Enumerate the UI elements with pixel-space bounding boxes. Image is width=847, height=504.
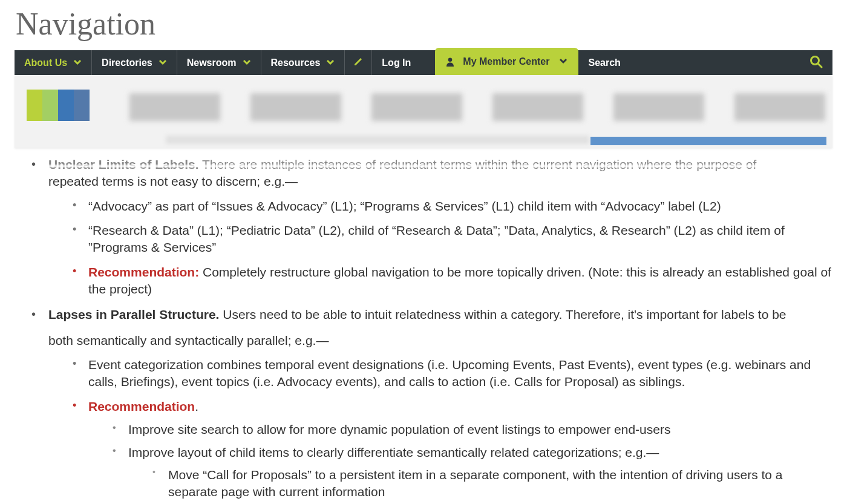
sub-bullet: “Advocacy” as part of “Issues & Advocacy…: [73, 198, 832, 215]
recommendation-bullet: Recommendation. Improve site search to a…: [73, 398, 832, 504]
nav-newsroom[interactable]: Newsroom: [177, 50, 261, 75]
nav-resources-label: Resources: [271, 57, 321, 68]
svg-line-1: [819, 64, 822, 67]
document-body: Unclear Limits of Labels. There are mult…: [15, 156, 832, 504]
pencil-icon: [353, 57, 363, 69]
text: Move “Call for Proposals” to a persisten…: [168, 468, 783, 499]
page-title: Navigation: [16, 6, 832, 42]
nav-resources[interactable]: Resources: [261, 50, 345, 75]
nav-directories-label: Directories: [102, 57, 152, 68]
nav-newsroom-label: Newsroom: [187, 57, 237, 68]
top-navbar: About Us Directories Newsroom Resources: [15, 50, 832, 75]
text: Event categorization combines temporal e…: [88, 358, 811, 388]
nav-directories[interactable]: Directories: [92, 50, 177, 75]
chevron-down-icon: [73, 60, 82, 66]
chevron-down-icon: [559, 59, 567, 65]
nav-login-label: Log In: [382, 57, 411, 68]
search-icon: [809, 55, 823, 71]
nav-login[interactable]: Log In: [372, 50, 435, 75]
parallel-structure-heading: Lapses in Parallel Structure.: [48, 307, 219, 321]
navbar-screenshot: About Us Directories Newsroom Resources: [15, 50, 832, 148]
nav-search[interactable]: Search: [578, 50, 832, 75]
text: There are multiple instances of redundan…: [199, 157, 757, 171]
recommendation-label: Recommendation:: [88, 265, 199, 279]
text: Users need to be able to intuit relatedn…: [219, 307, 786, 321]
nav-member-center-label: My Member Center: [463, 56, 549, 67]
chevron-down-icon: [159, 60, 167, 66]
chevron-down-icon: [326, 60, 335, 66]
bullet-parallel-structure: Lapses in Parallel Structure. Users need…: [31, 306, 832, 504]
text: “Research & Data” (L1); “Pediatric Data”…: [88, 223, 785, 254]
nav-edit[interactable]: [345, 50, 372, 75]
text: Completely restructure global navigation…: [88, 265, 831, 296]
rec-item: Improve layout of child items to clearly…: [113, 444, 832, 500]
person-icon: [446, 57, 454, 67]
nav-about-us-label: About Us: [24, 57, 67, 68]
pixelated-header: [15, 75, 832, 148]
sub-bullet: Event categorization combines temporal e…: [73, 356, 832, 391]
sub-bullet: “Research & Data” (L1); “Pediatric Data”…: [73, 222, 832, 257]
nav-about-us[interactable]: About Us: [15, 50, 92, 75]
text: “Advocacy” as part of “Issues & Advocacy…: [88, 199, 721, 213]
text: Improve site search to allow for more dy…: [128, 422, 670, 436]
rec-sub-item: Move “Call for Proposals” to a persisten…: [152, 466, 832, 501]
text: Improve layout of child items to clearly…: [128, 445, 659, 459]
rec-item: Improve site search to allow for more dy…: [113, 421, 832, 438]
recommendation-bullet: Recommendation: Completely restructure g…: [73, 264, 832, 298]
nav-search-label: Search: [588, 57, 620, 68]
text: both semantically and syntactically para…: [48, 332, 832, 349]
unclear-limits-heading: Unclear Limits of Labels.: [48, 157, 199, 171]
recommendation-label: Recommendation: [88, 399, 195, 413]
pixelated-logo: [27, 90, 90, 121]
nav-member-center[interactable]: My Member Center: [435, 48, 578, 75]
bullet-unclear-limits: Unclear Limits of Labels. There are mult…: [31, 156, 832, 298]
text: .: [195, 399, 198, 413]
text: repeated terms is not easy to discern; e…: [48, 173, 832, 190]
chevron-down-icon: [243, 60, 251, 66]
